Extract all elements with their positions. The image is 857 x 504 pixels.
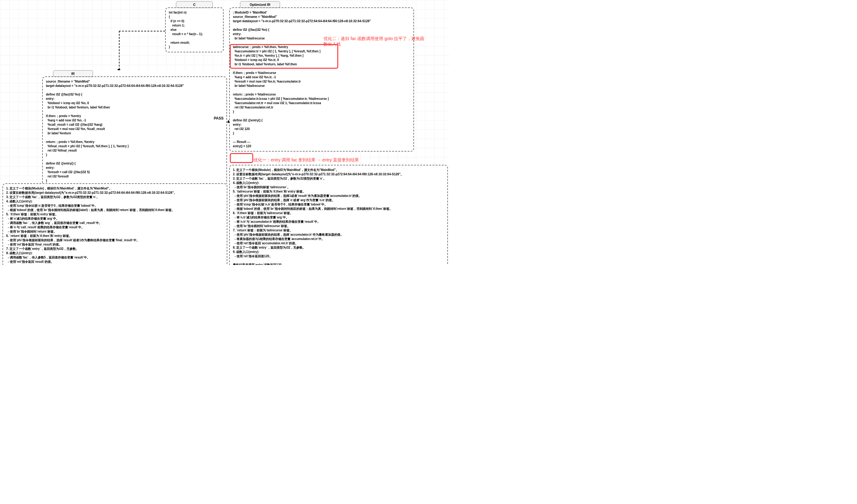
c-header: C bbox=[176, 1, 213, 8]
optir-desc-body: 1. 定义了一个模块(Module)，模块ID为'MainMod'，源文件名为"… bbox=[229, 165, 448, 265]
optir-desc-box: 1. 定义了一个模块(Module)，模块ID为'MainMod'，源文件名为"… bbox=[229, 165, 448, 265]
optir-box: Optimized IR ; ModuleID = 'MainMod' sour… bbox=[229, 1, 414, 152]
annotation-opt1: 优化一：entry 调用 fac 拿到结果 → entry 直接拿到结果 bbox=[253, 157, 407, 163]
pass-label: PASS bbox=[214, 116, 224, 120]
ir-box: IR source_filename = "MainMod" target da… bbox=[42, 70, 227, 186]
optir-header: Optimized IR bbox=[240, 1, 280, 8]
annotation-opt2: 优化二：递归 fac 函数调用使用 goto 拉平了，避免函数出入栈 bbox=[323, 36, 425, 47]
ir-desc-box: 1. 定义了一个模块(Module)，模块ID为'MainMod'，源文件名为"… bbox=[2, 184, 227, 265]
ir-desc-body: 1. 定义了一个模块(Module)，模块ID为'MainMod'，源文件名为"… bbox=[2, 183, 227, 265]
c-code-body: int fac(int n) { if (n == 0) return 1; e… bbox=[165, 7, 224, 52]
arrow-c-ir-h bbox=[119, 31, 165, 31]
arrow-c-ir-v bbox=[119, 31, 119, 70]
redbox-tailrecurse bbox=[230, 44, 338, 69]
optir-code-body: ; ModuleID = 'MainMod' source_filename =… bbox=[229, 7, 414, 152]
ir-code-body: source_filename = "MainMod" target datal… bbox=[42, 77, 227, 186]
ir-header: IR bbox=[53, 70, 93, 77]
c-box: C int fac(int n) { if (n == 0) return 1;… bbox=[165, 1, 224, 52]
redbox-result bbox=[230, 153, 253, 163]
